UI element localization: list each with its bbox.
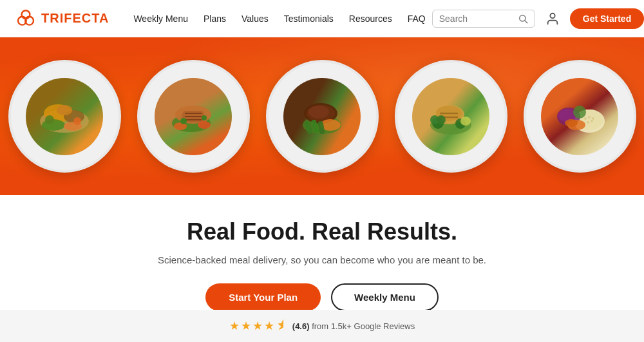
search-box[interactable] — [432, 10, 535, 28]
hero-banner — [0, 37, 644, 195]
weekly-menu-button[interactable]: Weekly Menu — [331, 283, 439, 311]
svg-point-11 — [45, 115, 54, 124]
search-icon — [518, 14, 528, 24]
plate-3-wrapper — [258, 37, 386, 195]
svg-point-12 — [73, 117, 81, 125]
plate-4 — [395, 60, 507, 173]
svg-point-5 — [550, 13, 554, 17]
search-input[interactable] — [439, 14, 514, 24]
svg-point-47 — [587, 121, 589, 124]
start-your-plan-button[interactable]: Start Your Plan — [205, 283, 321, 311]
svg-point-52 — [565, 119, 578, 127]
plate-5-wrapper — [515, 37, 644, 195]
star-1: ★ — [229, 319, 240, 333]
nav-item-testimonials[interactable]: Testimonials — [278, 10, 340, 28]
star-half: ⯨ — [276, 319, 287, 333]
svg-point-48 — [591, 120, 593, 122]
headline: Real Food. Real Results. — [13, 218, 631, 245]
nav-item-values[interactable]: Values — [235, 10, 275, 28]
star-3: ★ — [252, 319, 263, 333]
header: TRIFECTA Weekly Menu Plans Values Testim… — [0, 0, 644, 37]
nav-item-plans[interactable]: Plans — [197, 10, 232, 28]
svg-point-13 — [57, 105, 72, 115]
svg-point-39 — [437, 115, 446, 124]
trifecta-logo-icon — [15, 8, 36, 29]
logo[interactable]: TRIFECTA — [15, 8, 109, 29]
main-content: Real Food. Real Results. Science-backed … — [0, 195, 644, 324]
svg-point-23 — [202, 115, 207, 120]
svg-point-41 — [460, 117, 471, 126]
svg-point-22 — [180, 118, 187, 124]
svg-point-27 — [308, 106, 329, 119]
plate-4-wrapper — [386, 37, 515, 195]
plate-1 — [8, 60, 121, 173]
plate-5 — [524, 60, 636, 173]
page-wrapper: TRIFECTA Weekly Menu Plans Values Testim… — [0, 0, 644, 342]
nav-item-resources[interactable]: Resources — [343, 10, 399, 28]
plate-2-wrapper — [129, 37, 258, 195]
reviews-bar: ★ ★ ★ ★ ⯨ (4.6) from 1.5k+ Google Review… — [0, 310, 644, 342]
food-illustration-2 — [158, 81, 229, 152]
svg-point-44 — [584, 117, 587, 120]
header-right: Get Started — [432, 8, 644, 30]
svg-point-46 — [592, 117, 594, 120]
food-plate-3 — [283, 78, 361, 155]
plate-1-wrapper — [0, 37, 129, 195]
food-illustration-3 — [287, 81, 357, 152]
svg-point-21 — [198, 121, 211, 129]
svg-point-45 — [588, 116, 591, 119]
svg-point-53 — [573, 106, 586, 119]
food-plate-1 — [26, 78, 103, 155]
star-2: ★ — [241, 319, 251, 333]
svg-line-4 — [525, 21, 527, 23]
food-illustration-1 — [29, 81, 100, 152]
food-plate-5 — [541, 78, 618, 155]
main-nav: Weekly Menu Plans Values Testimonials Re… — [127, 10, 431, 28]
cta-buttons: Start Your Plan Weekly Menu — [13, 283, 631, 311]
user-account-button[interactable] — [542, 8, 564, 30]
food-plate-4 — [412, 78, 489, 155]
food-plate-2 — [155, 78, 232, 155]
user-icon — [545, 12, 560, 26]
plate-3 — [266, 60, 379, 173]
nav-item-weekly-menu[interactable]: Weekly Menu — [127, 10, 194, 28]
reviews-rating-number: (4.6) from 1.5k+ Google Reviews — [292, 321, 415, 331]
get-started-button[interactable]: Get Started — [570, 8, 644, 29]
plate-2 — [137, 60, 250, 173]
food-illustration-5 — [544, 81, 615, 152]
star-rating: ★ ★ ★ ★ ⯨ — [229, 319, 287, 333]
star-4: ★ — [264, 319, 274, 333]
food-illustration-4 — [415, 81, 486, 152]
nav-item-faq[interactable]: FAQ — [401, 10, 432, 28]
subheadline: Science-backed meal delivery, so you can… — [13, 254, 631, 265]
logo-text: TRIFECTA — [41, 11, 109, 26]
